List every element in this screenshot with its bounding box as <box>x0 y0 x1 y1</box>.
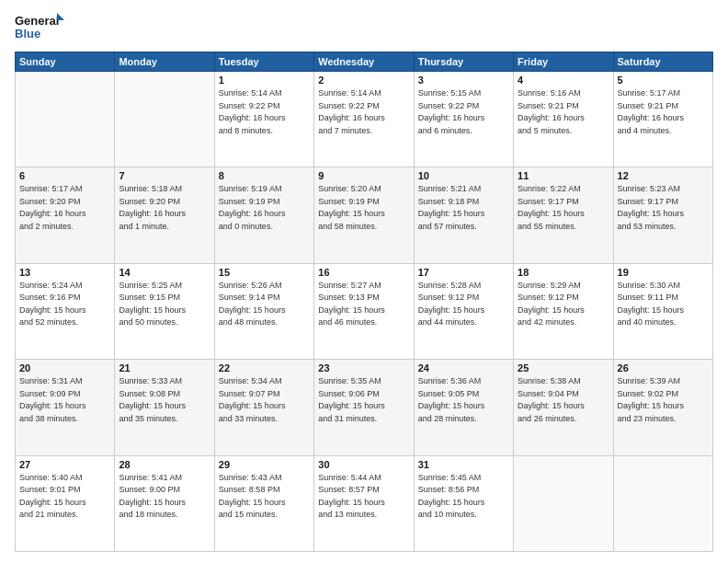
day-info: Sunrise: 5:19 AM Sunset: 9:19 PM Dayligh… <box>219 183 310 233</box>
calendar-cell-w2-d3: 8Sunrise: 5:19 AM Sunset: 9:19 PM Daylig… <box>214 167 313 263</box>
calendar-cell-w4-d2: 21Sunrise: 5:33 AM Sunset: 9:08 PM Dayli… <box>115 360 214 455</box>
calendar-cell-w2-d2: 7Sunrise: 5:18 AM Sunset: 9:20 PM Daylig… <box>115 167 214 263</box>
calendar-cell-w1-d3: 1Sunrise: 5:14 AM Sunset: 9:22 PM Daylig… <box>214 72 313 167</box>
calendar-cell-w3-d7: 19Sunrise: 5:30 AM Sunset: 9:11 PM Dayli… <box>613 263 712 359</box>
calendar-cell-w1-d4: 2Sunrise: 5:14 AM Sunset: 9:22 PM Daylig… <box>314 72 414 167</box>
day-number: 3 <box>418 75 509 86</box>
week-row-2: 6Sunrise: 5:17 AM Sunset: 9:20 PM Daylig… <box>16 167 713 263</box>
calendar-cell-w1-d6: 4Sunrise: 5:16 AM Sunset: 9:21 PM Daylig… <box>514 72 613 167</box>
calendar-cell-w3-d5: 17Sunrise: 5:28 AM Sunset: 9:12 PM Dayli… <box>414 263 513 359</box>
day-info: Sunrise: 5:35 AM Sunset: 9:06 PM Dayligh… <box>318 375 409 425</box>
week-row-3: 13Sunrise: 5:24 AM Sunset: 9:16 PM Dayli… <box>16 263 713 359</box>
col-header-sunday: Sunday <box>16 52 115 72</box>
calendar-cell-w1-d7: 5Sunrise: 5:17 AM Sunset: 9:21 PM Daylig… <box>613 72 712 167</box>
calendar-cell-w2-d5: 10Sunrise: 5:21 AM Sunset: 9:18 PM Dayli… <box>414 167 513 263</box>
day-info: Sunrise: 5:23 AM Sunset: 9:17 PM Dayligh… <box>618 183 709 233</box>
calendar-cell-w5-d7 <box>613 455 712 551</box>
week-row-1: 1Sunrise: 5:14 AM Sunset: 9:22 PM Daylig… <box>16 72 713 167</box>
day-info: Sunrise: 5:44 AM Sunset: 8:57 PM Dayligh… <box>318 472 409 522</box>
day-info: Sunrise: 5:22 AM Sunset: 9:17 PM Dayligh… <box>518 183 609 233</box>
logo-svg: General Blue <box>15 11 65 44</box>
col-header-monday: Monday <box>115 52 214 72</box>
calendar-cell-w2-d1: 6Sunrise: 5:17 AM Sunset: 9:20 PM Daylig… <box>16 167 115 263</box>
calendar-cell-w5-d3: 29Sunrise: 5:43 AM Sunset: 8:58 PM Dayli… <box>214 455 313 551</box>
day-number: 26 <box>618 362 709 373</box>
calendar-cell-w5-d6 <box>514 455 613 551</box>
day-number: 13 <box>19 267 110 278</box>
day-number: 20 <box>19 362 110 373</box>
day-number: 11 <box>518 170 609 181</box>
calendar-cell-w3-d6: 18Sunrise: 5:29 AM Sunset: 9:12 PM Dayli… <box>514 263 613 359</box>
day-info: Sunrise: 5:39 AM Sunset: 9:02 PM Dayligh… <box>618 375 709 425</box>
day-number: 29 <box>219 459 310 470</box>
col-header-saturday: Saturday <box>613 52 712 72</box>
day-info: Sunrise: 5:28 AM Sunset: 9:12 PM Dayligh… <box>418 280 509 329</box>
logo: General Blue <box>15 11 65 44</box>
day-number: 1 <box>219 75 310 86</box>
header: General Blue <box>15 11 713 44</box>
col-header-wednesday: Wednesday <box>314 52 414 72</box>
week-row-5: 27Sunrise: 5:40 AM Sunset: 9:01 PM Dayli… <box>16 455 713 551</box>
day-info: Sunrise: 5:29 AM Sunset: 9:12 PM Dayligh… <box>518 280 609 329</box>
day-info: Sunrise: 5:33 AM Sunset: 9:08 PM Dayligh… <box>119 375 210 425</box>
day-info: Sunrise: 5:15 AM Sunset: 9:22 PM Dayligh… <box>418 87 509 137</box>
day-info: Sunrise: 5:38 AM Sunset: 9:04 PM Dayligh… <box>518 375 609 425</box>
day-number: 22 <box>219 362 310 373</box>
calendar-cell-w4-d1: 20Sunrise: 5:31 AM Sunset: 9:09 PM Dayli… <box>16 360 115 455</box>
day-number: 31 <box>418 459 509 470</box>
day-number: 6 <box>19 170 110 181</box>
day-number: 5 <box>618 75 709 86</box>
day-info: Sunrise: 5:31 AM Sunset: 9:09 PM Dayligh… <box>19 375 110 425</box>
day-number: 10 <box>418 170 509 181</box>
day-number: 30 <box>318 459 409 470</box>
day-info: Sunrise: 5:41 AM Sunset: 9:00 PM Dayligh… <box>119 472 210 522</box>
calendar-cell-w2-d6: 11Sunrise: 5:22 AM Sunset: 9:17 PM Dayli… <box>514 167 613 263</box>
day-info: Sunrise: 5:36 AM Sunset: 9:05 PM Dayligh… <box>418 375 509 425</box>
day-number: 12 <box>618 170 709 181</box>
calendar-cell-w3-d1: 13Sunrise: 5:24 AM Sunset: 9:16 PM Dayli… <box>16 263 115 359</box>
day-info: Sunrise: 5:26 AM Sunset: 9:14 PM Dayligh… <box>219 280 310 329</box>
col-header-tuesday: Tuesday <box>214 52 313 72</box>
day-info: Sunrise: 5:17 AM Sunset: 9:20 PM Dayligh… <box>19 183 110 233</box>
day-info: Sunrise: 5:17 AM Sunset: 9:21 PM Dayligh… <box>618 87 709 137</box>
calendar-cell-w4-d5: 24Sunrise: 5:36 AM Sunset: 9:05 PM Dayli… <box>414 360 513 455</box>
day-info: Sunrise: 5:24 AM Sunset: 9:16 PM Dayligh… <box>19 280 110 329</box>
day-info: Sunrise: 5:14 AM Sunset: 9:22 PM Dayligh… <box>318 87 409 137</box>
day-number: 9 <box>318 170 409 181</box>
day-info: Sunrise: 5:25 AM Sunset: 9:15 PM Dayligh… <box>119 280 210 329</box>
day-info: Sunrise: 5:16 AM Sunset: 9:21 PM Dayligh… <box>518 87 609 137</box>
day-info: Sunrise: 5:18 AM Sunset: 9:20 PM Dayligh… <box>119 183 210 233</box>
day-info: Sunrise: 5:45 AM Sunset: 8:56 PM Dayligh… <box>418 472 509 522</box>
svg-text:Blue: Blue <box>15 27 40 40</box>
calendar-cell-w1-d5: 3Sunrise: 5:15 AM Sunset: 9:22 PM Daylig… <box>414 72 513 167</box>
day-info: Sunrise: 5:30 AM Sunset: 9:11 PM Dayligh… <box>618 280 709 329</box>
calendar-cell-w4-d7: 26Sunrise: 5:39 AM Sunset: 9:02 PM Dayli… <box>613 360 712 455</box>
col-header-thursday: Thursday <box>414 52 513 72</box>
calendar-cell-w4-d3: 22Sunrise: 5:34 AM Sunset: 9:07 PM Dayli… <box>214 360 313 455</box>
calendar-cell-w1-d1 <box>16 72 115 167</box>
week-row-4: 20Sunrise: 5:31 AM Sunset: 9:09 PM Dayli… <box>16 360 713 455</box>
col-header-friday: Friday <box>514 52 613 72</box>
calendar-cell-w4-d4: 23Sunrise: 5:35 AM Sunset: 9:06 PM Dayli… <box>314 360 414 455</box>
calendar-cell-w3-d4: 16Sunrise: 5:27 AM Sunset: 9:13 PM Dayli… <box>314 263 414 359</box>
day-number: 27 <box>19 459 110 470</box>
calendar-cell-w5-d1: 27Sunrise: 5:40 AM Sunset: 9:01 PM Dayli… <box>16 455 115 551</box>
day-info: Sunrise: 5:43 AM Sunset: 8:58 PM Dayligh… <box>219 472 310 522</box>
day-number: 14 <box>119 267 210 278</box>
day-number: 16 <box>318 267 409 278</box>
calendar-cell-w5-d4: 30Sunrise: 5:44 AM Sunset: 8:57 PM Dayli… <box>314 455 414 551</box>
day-number: 2 <box>318 75 409 86</box>
page: General Blue SundayMondayTuesdayWednesda… <box>0 0 728 563</box>
day-number: 4 <box>518 75 609 86</box>
day-info: Sunrise: 5:40 AM Sunset: 9:01 PM Dayligh… <box>19 472 110 522</box>
day-number: 28 <box>119 459 210 470</box>
day-number: 21 <box>119 362 210 373</box>
calendar-cell-w2-d7: 12Sunrise: 5:23 AM Sunset: 9:17 PM Dayli… <box>613 167 712 263</box>
day-number: 19 <box>618 267 709 278</box>
day-info: Sunrise: 5:34 AM Sunset: 9:07 PM Dayligh… <box>219 375 310 425</box>
calendar-cell-w5-d5: 31Sunrise: 5:45 AM Sunset: 8:56 PM Dayli… <box>414 455 513 551</box>
day-number: 18 <box>518 267 609 278</box>
calendar-cell-w3-d2: 14Sunrise: 5:25 AM Sunset: 9:15 PM Dayli… <box>115 263 214 359</box>
svg-text:General: General <box>15 14 59 28</box>
day-number: 17 <box>418 267 509 278</box>
